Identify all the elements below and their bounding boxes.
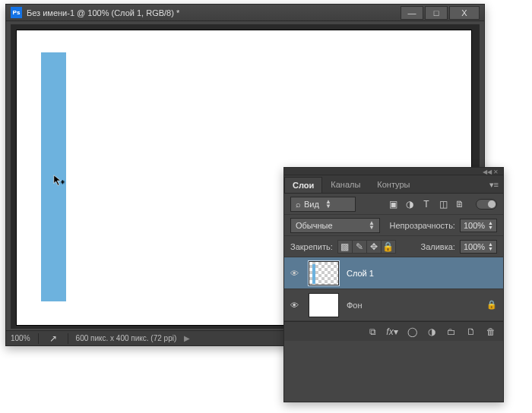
canvas-shape-rectangle[interactable] xyxy=(41,52,66,301)
filter-smart-icon[interactable]: 🗎 xyxy=(453,197,467,211)
blend-opacity-row: Обычные ▲▼ Непрозрачность: 100% ▲▼ xyxy=(284,215,503,236)
filter-shape-icon[interactable]: ◫ xyxy=(436,197,450,211)
layers-panel: ◀◀ ✕ Слои Каналы Контуры ▾≡ ⌕ Вид ▲▼ ▣ ◑… xyxy=(283,167,504,402)
panel-grip[interactable]: ◀◀ ✕ xyxy=(284,168,503,175)
export-icon[interactable]: ↗ xyxy=(46,332,60,345)
lock-icon: 🔒 xyxy=(486,300,497,310)
link-layers-icon[interactable]: ⧉ xyxy=(366,325,378,339)
lock-transparency-icon[interactable]: ▩ xyxy=(337,240,353,254)
layer-fx-icon[interactable]: fx▾ xyxy=(386,325,398,339)
opacity-label: Непрозрачность: xyxy=(390,221,455,230)
filter-adjustment-icon[interactable]: ◑ xyxy=(403,197,416,211)
opacity-input[interactable]: 100% ▲▼ xyxy=(460,219,497,232)
new-group-icon[interactable]: 🗀 xyxy=(445,325,458,339)
fill-input[interactable]: 100% ▲▼ xyxy=(460,240,497,254)
filter-type-icon[interactable]: T xyxy=(420,197,433,211)
statusbar-menu-arrow-icon[interactable]: ▶ xyxy=(184,334,190,342)
filter-pixel-icon[interactable]: ▣ xyxy=(386,197,400,211)
photoshop-app-icon: Ps xyxy=(11,7,22,18)
delete-layer-icon[interactable]: 🗑 xyxy=(485,325,497,339)
document-dimensions: 600 пикс. x 400 пикс. (72 ppi) xyxy=(76,334,177,342)
filter-kind-label: Вид xyxy=(304,200,319,209)
layer-mask-icon[interactable]: ◯ xyxy=(406,325,418,339)
panel-collapse-icon[interactable]: ◀◀ ✕ xyxy=(483,169,499,175)
layers-list: 👁 Слой 1 👁 Фон 🔒 xyxy=(284,257,503,321)
maximize-button[interactable]: □ xyxy=(425,6,448,20)
visibility-eye-icon[interactable]: 👁 xyxy=(290,269,301,278)
layer-row[interactable]: 👁 Фон 🔒 xyxy=(284,289,503,321)
tab-layers[interactable]: Слои xyxy=(284,177,322,193)
new-layer-icon[interactable]: 🗋 xyxy=(465,325,477,339)
filter-kind-dropdown[interactable]: ⌕ Вид ▲▼ xyxy=(290,197,356,212)
filter-toggle[interactable] xyxy=(476,199,497,210)
blend-mode-dropdown[interactable]: Обычные ▲▼ xyxy=(290,218,380,233)
search-icon: ⌕ xyxy=(296,200,301,209)
lock-position-icon[interactable]: ✥ xyxy=(366,240,382,254)
tab-paths[interactable]: Контуры xyxy=(369,176,418,193)
fill-label: Заливка: xyxy=(421,242,455,251)
layer-thumbnail[interactable] xyxy=(309,293,339,317)
zoom-level[interactable]: 100% xyxy=(11,334,30,342)
panel-tabs: Слои Каналы Контуры ▾≡ xyxy=(284,175,503,194)
panel-menu-icon[interactable]: ▾≡ xyxy=(489,180,499,190)
lock-pixels-icon[interactable]: ✎ xyxy=(352,240,367,254)
layer-row[interactable]: 👁 Слой 1 xyxy=(284,257,503,289)
layer-filter-row: ⌕ Вид ▲▼ ▣ ◑ T ◫ 🗎 xyxy=(284,194,503,215)
layer-name[interactable]: Фон xyxy=(347,301,363,310)
visibility-eye-icon[interactable]: 👁 xyxy=(290,301,301,310)
close-button[interactable]: X xyxy=(449,6,480,20)
layer-name[interactable]: Слой 1 xyxy=(347,269,374,278)
lock-label: Закрепить: xyxy=(290,242,333,251)
layer-thumbnail[interactable] xyxy=(309,261,339,285)
lock-fill-row: Закрепить: ▩ ✎ ✥ 🔒 Заливка: 100% ▲▼ xyxy=(284,236,503,257)
blend-mode-value: Обычные xyxy=(296,221,333,230)
document-titlebar[interactable]: Ps Без имени-1 @ 100% (Слой 1, RGB/8) * … xyxy=(6,5,484,21)
adjustment-layer-icon[interactable]: ◑ xyxy=(426,325,438,339)
document-title: Без имени-1 @ 100% (Слой 1, RGB/8) * xyxy=(27,8,399,17)
lock-all-icon[interactable]: 🔒 xyxy=(381,240,396,254)
minimize-button[interactable]: — xyxy=(401,6,423,20)
tab-channels[interactable]: Каналы xyxy=(322,176,369,193)
layers-panel-footer: ⧉ fx▾ ◯ ◑ 🗀 🗋 🗑 xyxy=(284,321,503,341)
